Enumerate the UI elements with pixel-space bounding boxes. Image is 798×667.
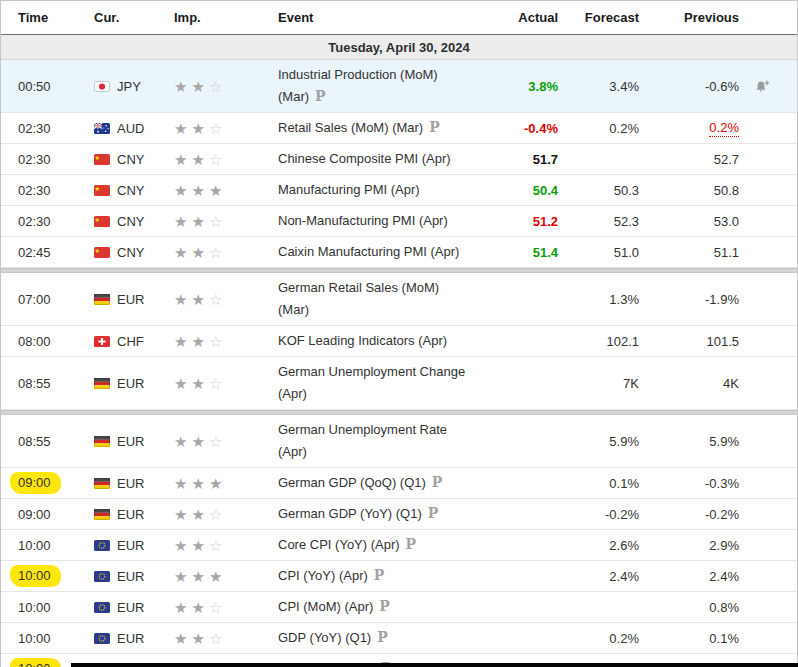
alert-cell [746,80,797,93]
importance-stars: ★★☆ [174,334,226,349]
switzerland-flag-icon [94,336,110,347]
event-row[interactable]: 10:00EUR★★☆Core CPI (YoY) (Apr)P2.6%2.9% [1,530,797,561]
importance-cell: ★★☆ [167,538,271,553]
event-time-cell: 00:50 [1,79,89,94]
preliminary-icon: P [374,567,385,583]
forecast-cell: 0.2% [564,121,646,136]
event-row[interactable]: 02:30CNY★★☆Chinese Composite PMI (Apr)51… [1,144,797,175]
importance-cell: ★★☆ [167,600,271,615]
event-link[interactable]: Chinese Composite PMI (Apr) [278,151,451,166]
currency-cell: EUR [89,600,167,615]
event-row[interactable]: 02:30AUD★★☆Retail Sales (MoM) (Mar)P-0.4… [1,113,797,144]
event-row[interactable]: 08:00CHF★★☆KOF Leading Indicators (Apr)1… [1,326,797,357]
previous-value: -0.6% [705,79,739,94]
event-time-cell: 10:00 [1,565,89,587]
event-time: 08:55 [18,434,51,449]
event-link[interactable]: Core CPI (YoY) (Apr) [278,537,400,552]
currency-code: CNY [117,152,144,167]
event-time-cell: 02:30 [1,121,89,136]
event-time-cell: 02:30 [1,183,89,198]
forecast-cell: 102.1 [564,334,646,349]
event-link[interactable]: Non-Manufacturing PMI (Apr) [278,213,448,228]
event-time: 00:50 [18,79,51,94]
event-link[interactable]: German GDP (YoY) (Q1) [278,506,422,521]
germany-flag-icon [94,436,110,447]
eu-flag-icon [94,633,110,644]
importance-stars: ★★☆ [174,121,226,136]
previous-cell: -0.6% [646,79,746,94]
event-row[interactable]: 10:00EUR★★☆CPI (MoM) (Apr)P0.8% [1,592,797,623]
event-link[interactable]: German Retail Sales (MoM) (Mar) [278,280,439,317]
china-flag-icon [94,185,110,196]
event-cell: Non-Manufacturing PMI (Apr) [271,206,506,236]
importance-stars: ★★☆ [174,507,226,522]
currency-cell: CNY [89,183,167,198]
previous-cell: 0.2% [646,120,746,137]
time-highlight: 09:00 [10,472,61,494]
importance-cell: ★★☆ [167,214,271,229]
forecast-cell: 2.4% [564,569,646,584]
previous-cell: 5.9% [646,434,746,449]
forecast-cell: -0.2% [564,507,646,522]
currency-code: AUD [117,121,144,136]
event-cell: CPI (YoY) (Apr)P [271,561,506,591]
importance-cell: ★★★ [167,476,271,491]
col-header-forecast: Forecast [564,10,646,25]
event-time: 02:30 [18,214,51,229]
actual-value: -0.4% [524,121,558,136]
currency-code: EUR [117,434,144,449]
event-time: 02:30 [18,121,51,136]
event-row[interactable]: 02:30CNY★★☆Non-Manufacturing PMI (Apr)51… [1,206,797,237]
event-row[interactable]: 02:45CNY★★☆Caixin Manufacturing PMI (Apr… [1,237,797,268]
event-link[interactable]: CPI (MoM) (Apr) [278,599,373,614]
event-row[interactable]: 07:00EUR★★☆German Retail Sales (MoM) (Ma… [1,273,797,326]
date-band: Tuesday, April 30, 2024 [1,35,797,60]
australia-flag-icon [94,123,110,134]
event-link[interactable]: Caixin Manufacturing PMI (Apr) [278,244,459,259]
event-time: 02:45 [18,245,51,260]
event-row[interactable]: 00:50JPY★★☆Industrial Production (MoM) (… [1,60,797,113]
previous-value: 50.8 [714,183,739,198]
importance-cell: ★★☆ [167,334,271,349]
event-row[interactable]: 09:00EUR★★★German GDP (QoQ) (Q1)P0.1%-0.… [1,468,797,499]
event-link[interactable]: GDP (YoY) (Q1) [278,630,371,645]
event-link[interactable]: German GDP (QoQ) (Q1) [278,475,426,490]
event-row[interactable]: 08:55EUR★★☆German Unemployment Rate (Apr… [1,415,797,468]
event-row[interactable]: 10:00EUR★★☆GDP (YoY) (Q1)P0.2%0.1% [1,623,797,654]
currency-code: EUR [117,600,144,615]
currency-code: EUR [117,631,144,646]
previous-value: 51.1 [714,245,739,260]
event-row[interactable]: 09:00EUR★★☆German GDP (YoY) (Q1)P-0.2%-0… [1,499,797,530]
event-link[interactable]: CPI (YoY) (Apr) [278,568,368,583]
forecast-cell: 5.9% [564,434,646,449]
importance-cell: ★★☆ [167,507,271,522]
event-link[interactable]: KOF Leading Indicators (Apr) [278,333,447,348]
previous-value: 52.7 [714,152,739,167]
actual-cell: 51.7 [506,152,564,167]
event-link[interactable]: Industrial Production (MoM) (Mar) [278,67,438,104]
event-link[interactable]: Manufacturing PMI (Apr) [278,182,420,197]
event-row[interactable]: 10:00EUR★★★CPI (YoY) (Apr)P2.4%2.4% [1,561,797,592]
date-band-label: Tuesday, April 30, 2024 [328,40,469,55]
event-time: 09:00 [18,507,51,522]
previous-value: 4K [723,376,739,391]
event-time: 10:00 [18,538,51,553]
event-link[interactable]: German Unemployment Change (Apr) [278,364,465,401]
event-time: 10:00 [18,600,51,615]
importance-cell: ★★☆ [167,292,271,307]
event-link[interactable]: German Unemployment Rate (Apr) [278,422,447,459]
event-rows-container: 00:50JPY★★☆Industrial Production (MoM) (… [1,60,797,667]
event-time: 07:00 [18,292,51,307]
currency-code: CHF [117,334,144,349]
event-link[interactable]: Retail Sales (MoM) (Mar) [278,120,423,135]
event-row[interactable]: 08:55EUR★★☆German Unemployment Change (A… [1,357,797,410]
event-time-cell: 07:00 [1,292,89,307]
forecast-value: 51.0 [614,245,639,260]
event-row[interactable]: 02:30CNY★★★Manufacturing PMI (Apr)50.450… [1,175,797,206]
forecast-value: 102.1 [606,334,639,349]
china-flag-icon [94,247,110,258]
importance-cell: ★★☆ [167,152,271,167]
germany-flag-icon [94,294,110,305]
alert-bell-plus-icon[interactable] [754,80,771,93]
importance-cell: ★★☆ [167,121,271,136]
